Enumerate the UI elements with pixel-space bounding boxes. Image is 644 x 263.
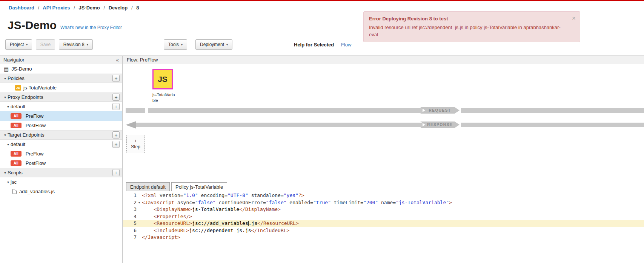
add-step-button[interactable]: + Step — [126, 135, 145, 153]
chevron-down-icon[interactable]: ▾ — [3, 77, 8, 80]
collapse-sidebar-icon[interactable]: « — [116, 57, 119, 63]
response-label: RESPONSE — [427, 123, 453, 127]
sidebar-section-policies[interactable]: ▾ Policies + — [0, 74, 122, 83]
line-number: 2 — [123, 199, 137, 206]
chevron-down-icon: ▾ — [181, 43, 183, 46]
tree-item-jsc-folder[interactable]: ▾ jsc — [0, 177, 122, 187]
code-line-7[interactable]: 7</Javascript> — [123, 234, 644, 241]
breadcrumb-api-proxies[interactable]: API Proxies — [43, 5, 70, 11]
code-token: <?xml — [142, 192, 160, 198]
navigator-title: Navigator — [3, 57, 25, 63]
sidebar-section-proxy-endpoints[interactable]: ▾ Proxy Endpoints + — [0, 92, 122, 102]
tree-item-label: js-TotalVariable — [23, 85, 57, 91]
navigator-header: Navigator « — [0, 55, 122, 64]
line-number: 7 — [123, 234, 137, 241]
chevron-down-icon[interactable]: ▾ — [6, 143, 11, 146]
proxy-root-icon: ▤ — [4, 66, 9, 72]
chevron-down-icon: ▾ — [87, 43, 88, 46]
all-flows-badge: All — [11, 113, 22, 119]
code-token: <Javascript — [142, 200, 177, 205]
line-number: 3 — [123, 206, 137, 213]
tree-item-label: add_variables.js — [19, 189, 55, 194]
save-button[interactable]: Save — [36, 39, 55, 50]
code-token: enabled= — [287, 200, 313, 205]
line-number: 6 — [123, 227, 137, 234]
tree-item-proxy-preflow[interactable]: All PreFlow — [0, 111, 122, 121]
code-token: continueOnError= — [216, 200, 266, 205]
policy-node-js-totalvariable[interactable]: JS — [152, 69, 173, 89]
top-accent-bar — [0, 0, 644, 1]
chevron-down-icon[interactable]: ▾ — [3, 171, 8, 175]
code-text: <?xml version="1.0" encoding="UTF-8" sta… — [142, 192, 304, 199]
tree-item-label: jsc — [11, 179, 17, 185]
chevron-down-icon[interactable]: ▾ — [6, 180, 11, 184]
code-line-5[interactable]: 5 <ResourceURL>jsc://add_variables.js</R… — [123, 220, 644, 227]
code-line-1[interactable]: 1<?xml version="1.0" encoding="UTF-8" st… — [123, 192, 644, 199]
code-line-3[interactable]: 3 <DisplayName>js-TotalVariable</Display… — [123, 206, 644, 213]
section-label: Scripts — [8, 170, 23, 175]
add-policy-button[interactable]: + — [112, 75, 120, 82]
code-token: "js-TotalVariable" — [396, 200, 449, 205]
tree-item-proxy-default[interactable]: ▾ default + — [0, 102, 122, 111]
code-text: <DisplayName>js-TotalVariable</DisplayNa… — [142, 206, 281, 213]
code-token: <IncludeURL> — [154, 228, 189, 233]
code-line-2[interactable]: 2▾<Javascript async="false" continueOnEr… — [123, 199, 644, 206]
code-token — [142, 206, 154, 212]
fold-gutter — [137, 227, 142, 234]
breadcrumb-dashboard[interactable]: Dashboard — [9, 5, 34, 11]
add-proxy-flow-button[interactable]: + — [112, 103, 120, 110]
tree-item-root-js-demo[interactable]: ▤ JS-Demo — [0, 64, 122, 74]
tree-item-add-variables-js[interactable]: add_variables.js — [0, 187, 122, 196]
close-icon[interactable]: × — [572, 14, 576, 23]
code-text: <IncludeURL>jsc://dependent_js.js</Inclu… — [142, 227, 289, 234]
project-button[interactable]: Project ▾ — [5, 39, 32, 50]
code-token: .js — [249, 220, 257, 226]
tools-button[interactable]: Tools ▾ — [164, 39, 187, 50]
chevron-down-icon[interactable]: ▾ — [6, 105, 11, 109]
add-target-endpoint-button[interactable]: + — [112, 131, 120, 138]
code-token: standalone= — [248, 192, 284, 198]
tree-item-target-preflow[interactable]: All PreFlow — [0, 149, 122, 158]
tab-policy-js-totalvariable[interactable]: Policy js-TotalVariable — [171, 182, 227, 191]
all-flows-badge: All — [11, 151, 22, 157]
code-line-6[interactable]: 6 <IncludeURL>jsc://dependent_js.js</Inc… — [123, 227, 644, 234]
code-token: js-TotalVariable — [192, 206, 239, 212]
toolbar-left-group: Project ▾ Save Revision 8 ▾ — [5, 39, 93, 50]
code-token: "200" — [363, 200, 378, 205]
deployment-button[interactable]: Deployment ▾ — [195, 39, 232, 50]
help-for-selected-label: Help for Selected — [294, 42, 334, 48]
chevron-down-icon[interactable]: ▾ — [3, 133, 8, 137]
whats-new-link[interactable]: What's new in the Proxy Editor — [60, 25, 122, 30]
add-target-flow-button[interactable]: + — [112, 141, 120, 148]
breadcrumb-separator: / — [74, 5, 75, 11]
line-number: 1 — [123, 192, 137, 199]
sidebar-section-scripts[interactable]: ▾ Scripts + — [0, 168, 122, 177]
code-panel: Endpoint default Policy js-TotalVariable… — [123, 182, 644, 263]
breadcrumb-separator: / — [131, 5, 133, 11]
tree-item-target-default[interactable]: ▾ default + — [0, 140, 122, 149]
sidebar-section-target-endpoints[interactable]: ▾ Target Endpoints + — [0, 130, 122, 140]
plus-icon: + — [134, 138, 137, 143]
tree-item-policy-js-totalvariable[interactable]: JS js-TotalVariable — [0, 83, 122, 92]
code-lines[interactable]: 1<?xml version="1.0" encoding="UTF-8" st… — [123, 191, 644, 241]
add-proxy-endpoint-button[interactable]: + — [112, 94, 120, 101]
fold-arrow-icon[interactable]: ▾ — [137, 199, 142, 206]
add-script-button[interactable]: + — [112, 169, 120, 176]
flow-help-link[interactable]: Flow — [341, 42, 351, 48]
code-token: jsc://dependent_js.js — [189, 228, 251, 233]
revision-button[interactable]: Revision 8 ▾ — [59, 39, 93, 50]
tree-item-proxy-postflow[interactable]: All PostFlow — [0, 121, 122, 130]
tree-item-label: JS-Demo — [11, 66, 32, 72]
code-token: version= — [160, 192, 183, 198]
code-text: </Javascript> — [142, 234, 180, 241]
chevron-down-icon: ▾ — [26, 43, 28, 46]
tab-endpoint-default[interactable]: Endpoint default — [126, 182, 170, 191]
code-line-4[interactable]: 4 <Properties/> — [123, 213, 644, 220]
code-token: async= — [177, 200, 195, 205]
tree-item-target-postflow[interactable]: All PostFlow — [0, 158, 122, 168]
flow-header-label: Flow: PreFlow — [127, 57, 158, 63]
code-token: </DisplayName> — [239, 206, 281, 212]
error-message: Invalid resource url ref jsc://dependent… — [369, 24, 565, 38]
breadcrumb: Dashboard / API Proxies / JS-Demo / Deve… — [9, 5, 139, 11]
chevron-down-icon[interactable]: ▾ — [3, 95, 8, 99]
